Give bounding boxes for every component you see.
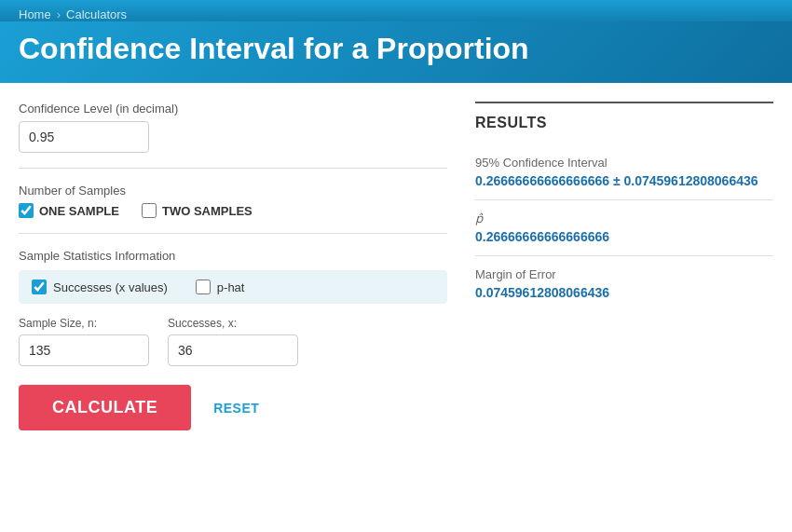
confidence-level-group: Confidence Level (in decimal) [19, 102, 447, 153]
confidence-level-label: Confidence Level (in decimal) [19, 102, 447, 116]
sample-size-label: Sample Size, n: [19, 317, 149, 330]
two-samples-label: TWO SAMPLES [162, 204, 253, 218]
divider-1 [19, 168, 447, 169]
two-samples-option[interactable]: TWO SAMPLES [142, 203, 253, 218]
sample-stats-label: Sample Statistics Information [19, 249, 447, 263]
successes-checkbox[interactable] [32, 280, 47, 294]
breadcrumb-calculators[interactable]: Calculators [66, 7, 127, 21]
breadcrumb-sep: › [57, 7, 61, 21]
one-sample-label: ONE SAMPLE [39, 204, 119, 218]
page-title: Confidence Interval for a Proportion [19, 31, 773, 66]
sample-size-group: Sample Size, n: [19, 317, 149, 366]
two-samples-checkbox[interactable] [142, 203, 157, 218]
ci-value: 0.26666666666666666 ± 0.0745961280806643… [475, 173, 773, 188]
one-sample-option[interactable]: ONE SAMPLE [19, 203, 119, 218]
breadcrumb-home[interactable]: Home [19, 7, 51, 21]
ci-label: 95% Confidence Interval [475, 156, 773, 170]
successes-toggle[interactable]: Successes (x values) [32, 280, 168, 294]
sample-size-input[interactable] [19, 334, 149, 366]
phat-result-value: 0.26666666666666666 [475, 229, 773, 244]
successes-x-group: Successes, x: [168, 317, 298, 366]
divider-2 [19, 233, 447, 234]
margin-value: 0.07459612808066436 [475, 285, 773, 300]
margin-label: Margin of Error [475, 267, 773, 281]
one-sample-checkbox[interactable] [19, 203, 34, 218]
successes-label: Successes (x values) [53, 280, 168, 294]
successes-x-input[interactable] [168, 334, 298, 366]
reset-button[interactable]: RESET [213, 401, 259, 416]
calculate-button[interactable]: CALCULATE [19, 385, 191, 430]
button-row: CALCULATE RESET [19, 385, 447, 430]
num-samples-group: Number of Samples ONE SAMPLE TWO SAMPLES [19, 184, 447, 218]
samples-radio-group: ONE SAMPLE TWO SAMPLES [19, 203, 447, 218]
confidence-level-input[interactable] [19, 121, 149, 153]
results-title: RESULTS [475, 115, 773, 131]
results-panel: RESULTS 95% Confidence Interval 0.266666… [475, 102, 773, 430]
margin-result: Margin of Error 0.07459612808066436 [475, 256, 773, 311]
ci-result: 95% Confidence Interval 0.26666666666666… [475, 144, 773, 200]
successes-x-label: Successes, x: [168, 317, 298, 330]
left-panel: Confidence Level (in decimal) Number of … [19, 102, 447, 430]
breadcrumb: Home › Calculators [19, 7, 773, 21]
phat-label: p-hat [217, 280, 245, 294]
phat-toggle[interactable]: p-hat [196, 280, 245, 294]
phat-checkbox[interactable] [196, 280, 211, 294]
phat-result: p̂ 0.26666666666666666 [475, 200, 773, 256]
sample-stats-group: Sample Statistics Information Successes … [19, 249, 447, 366]
phat-symbol-label: p̂ [475, 211, 773, 225]
stats-input-row: Sample Size, n: Successes, x: [19, 317, 447, 366]
stats-toggle-bar: Successes (x values) p-hat [19, 270, 447, 304]
num-samples-label: Number of Samples [19, 184, 447, 198]
